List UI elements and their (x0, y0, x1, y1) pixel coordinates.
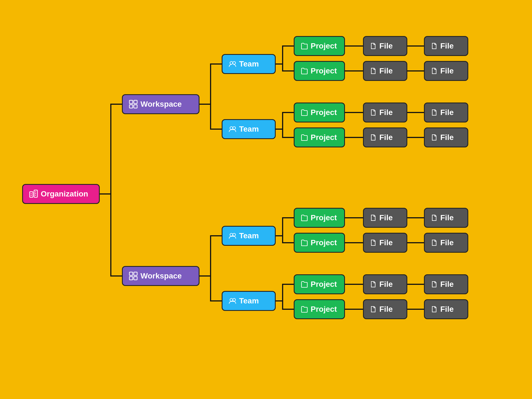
org-node[interactable]: Organization (22, 184, 100, 204)
project-t1-2-label: Project (311, 66, 337, 75)
project-b2-1-icon (301, 281, 308, 288)
project-b2-2-node[interactable]: Project (294, 299, 345, 319)
file-t1-2-a-label: File (440, 42, 454, 50)
file-t1-1-a-icon (370, 43, 377, 49)
file-t2-2-a-node[interactable]: File (424, 103, 468, 122)
project-b1-2-icon (301, 239, 308, 246)
file-b1-1-a-node[interactable]: File (363, 208, 407, 228)
project-t2-1-icon (301, 109, 308, 116)
project-t2-2-node[interactable]: Project (294, 127, 345, 147)
project-t1-2-node[interactable]: Project (294, 61, 345, 81)
file-t1-1-b-node[interactable]: File (363, 61, 407, 81)
svg-rect-10 (134, 105, 137, 108)
project-b2-2-label: Project (311, 305, 337, 314)
file-b1-1-b-node[interactable]: File (363, 233, 407, 253)
svg-rect-5 (35, 193, 36, 194)
file-t2-1-b-node[interactable]: File (363, 127, 407, 147)
file-t2-1-a-label: File (379, 108, 393, 117)
svg-rect-0 (30, 192, 33, 197)
file-t1-1-b-icon (370, 68, 377, 74)
team-b1-icon (229, 232, 236, 240)
project-t1-1-label: Project (311, 42, 337, 50)
project-t1-1-node[interactable]: Project (294, 36, 345, 56)
project-t2-1-node[interactable]: Project (294, 103, 345, 122)
org-label: Organization (41, 190, 88, 198)
file-t2-2-b-icon (431, 134, 438, 141)
file-t1-1-a-label: File (379, 42, 393, 50)
file-b1-2-b-icon (431, 239, 438, 246)
file-b1-1-a-icon (370, 214, 377, 221)
project-b1-2-label: Project (311, 238, 337, 247)
file-t1-2-b-icon (431, 68, 438, 74)
project-t1-1-icon (301, 42, 308, 50)
svg-rect-13 (129, 277, 133, 280)
team-t2-label: Team (239, 125, 259, 134)
file-b1-2-b-node[interactable]: File (424, 233, 468, 253)
file-t1-2-a-node[interactable]: File (424, 36, 468, 56)
team-b1-label: Team (239, 231, 259, 240)
svg-point-16 (233, 62, 236, 64)
team-t1-label: Team (239, 60, 259, 68)
file-b1-2-b-label: File (440, 238, 454, 247)
file-b2-1-b-node[interactable]: File (363, 299, 407, 319)
svg-rect-12 (134, 272, 137, 275)
workspace1-icon (129, 100, 138, 109)
svg-point-19 (230, 233, 233, 236)
file-t2-2-b-node[interactable]: File (424, 127, 468, 147)
project-t2-2-icon (301, 134, 308, 141)
file-t2-2-a-label: File (440, 108, 454, 117)
file-b1-2-a-label: File (440, 213, 454, 222)
file-b2-2-a-node[interactable]: File (424, 274, 468, 294)
org-icon (29, 190, 38, 198)
project-b1-2-node[interactable]: Project (294, 233, 345, 253)
project-b2-1-node[interactable]: Project (294, 274, 345, 294)
file-b2-2-a-icon (431, 281, 438, 288)
team-b1-node[interactable]: Team (222, 226, 276, 246)
svg-rect-14 (134, 277, 137, 280)
workspace2-label: Workspace (140, 272, 182, 280)
svg-point-17 (230, 127, 233, 129)
file-b1-2-a-icon (431, 214, 438, 221)
file-t1-1-a-node[interactable]: File (363, 36, 407, 56)
file-b2-2-a-label: File (440, 280, 454, 289)
file-t2-1-b-icon (370, 134, 377, 141)
project-t2-1-label: Project (311, 108, 337, 117)
file-b2-1-a-node[interactable]: File (363, 274, 407, 294)
project-b1-1-node[interactable]: Project (294, 208, 345, 228)
workspace2-icon (129, 272, 138, 280)
project-t1-2-icon (301, 67, 308, 75)
file-t1-2-b-label: File (440, 66, 454, 75)
svg-rect-3 (31, 195, 32, 196)
file-t2-1-b-label: File (379, 133, 393, 142)
svg-rect-8 (134, 100, 137, 104)
file-b2-2-b-node[interactable]: File (424, 299, 468, 319)
file-b2-2-b-icon (431, 306, 438, 313)
svg-rect-4 (35, 191, 36, 192)
file-b1-1-a-label: File (379, 213, 393, 222)
workspace1-node[interactable]: Workspace (122, 94, 200, 114)
file-b1-1-b-icon (370, 239, 377, 246)
svg-point-22 (233, 298, 236, 301)
team-t2-node[interactable]: Team (222, 119, 276, 139)
svg-rect-7 (129, 100, 133, 104)
svg-rect-6 (35, 195, 36, 196)
file-t2-2-b-label: File (440, 133, 454, 142)
team-t1-icon (229, 60, 236, 68)
workspace2-node[interactable]: Workspace (122, 266, 200, 286)
svg-rect-9 (129, 105, 133, 108)
file-t1-2-b-node[interactable]: File (424, 61, 468, 81)
team-b2-node[interactable]: Team (222, 291, 276, 311)
team-b2-label: Team (239, 296, 259, 305)
file-b1-2-a-node[interactable]: File (424, 208, 468, 228)
file-t2-1-a-node[interactable]: File (363, 103, 407, 122)
svg-point-21 (230, 298, 233, 301)
file-b2-1-b-icon (370, 306, 377, 313)
project-t2-2-label: Project (311, 133, 337, 142)
project-b2-1-label: Project (311, 280, 337, 289)
diagram-container: Organization Workspace Workspace (0, 0, 532, 399)
file-b2-1-b-label: File (379, 305, 393, 314)
file-t2-1-a-icon (370, 109, 377, 116)
file-t2-2-a-icon (431, 109, 438, 116)
team-t1-node[interactable]: Team (222, 54, 276, 74)
svg-rect-11 (129, 272, 133, 275)
